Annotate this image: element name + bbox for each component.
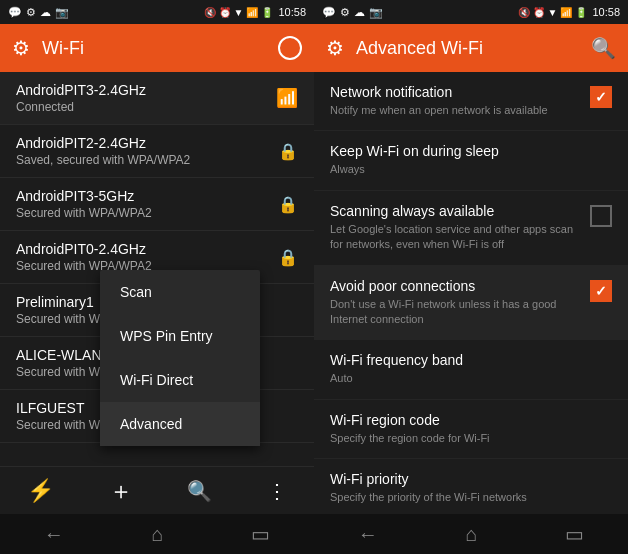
setting-desc-1: Always xyxy=(330,162,600,177)
setting-title-3: Avoid poor connections xyxy=(330,278,578,294)
wifi-network-item-2[interactable]: AndroidPIT3-5GHz Secured with WPA/WPA2 🔒 xyxy=(0,178,314,231)
wifi-title: Wi-Fi xyxy=(42,38,266,59)
nav-bar-right: ← ⌂ ▭ xyxy=(314,514,628,554)
gear-icon-left[interactable]: ⚙ xyxy=(12,36,30,60)
setting-text-3: Avoid poor connections Don't use a Wi-Fi… xyxy=(330,278,590,328)
setting-item-0[interactable]: Network notification Notify me when an o… xyxy=(314,72,628,131)
status-left-icons: 💬 ⚙ ☁ 📷 xyxy=(8,6,69,19)
setting-text-0: Network notification Notify me when an o… xyxy=(330,84,590,118)
whatsapp-icon-r: 💬 xyxy=(322,6,336,19)
checkbox-0[interactable] xyxy=(590,86,612,108)
recents-button-left[interactable]: ▭ xyxy=(251,522,270,546)
gear-icon-right[interactable]: ⚙ xyxy=(326,36,344,60)
bottom-toolbar: ⚡ ＋ 🔍 ⋮ xyxy=(0,466,314,514)
wifi-lock-icon-1: 🔒 xyxy=(278,142,298,161)
recents-button-right[interactable]: ▭ xyxy=(565,522,584,546)
time-left: 10:58 xyxy=(278,6,306,18)
setting-text-1: Keep Wi-Fi on during sleep Always xyxy=(330,143,612,177)
search-icon-right[interactable]: 🔍 xyxy=(591,36,616,60)
setting-item-4[interactable]: Wi-Fi frequency band Auto xyxy=(314,340,628,399)
setting-title-0: Network notification xyxy=(330,84,578,100)
context-menu-wps[interactable]: WPS Pin Entry xyxy=(100,314,260,358)
setting-desc-6: Specify the priority of the Wi-Fi networ… xyxy=(330,490,600,505)
alarm-icon-r: ⏰ xyxy=(533,7,545,18)
setting-desc-2: Let Google's location service and other … xyxy=(330,222,578,253)
context-menu: Scan WPS Pin Entry Wi-Fi Direct Advanced xyxy=(100,270,260,446)
status-bar-right: 💬 ⚙ ☁ 📷 🔇 ⏰ ▼ 📶 🔋 10:58 xyxy=(314,0,628,24)
time-right: 10:58 xyxy=(592,6,620,18)
setting-desc-5: Specify the region code for Wi-Fi xyxy=(330,431,600,446)
battery-icon: 🔋 xyxy=(261,7,273,18)
status-right-icons: 🔇 ⏰ ▼ 📶 🔋 10:58 xyxy=(204,6,306,18)
setting-desc-0: Notify me when an open network is availa… xyxy=(330,103,578,118)
camera-icon: 📷 xyxy=(55,6,69,19)
setting-title-6: Wi-Fi priority xyxy=(330,471,600,487)
context-menu-scan[interactable]: Scan xyxy=(100,270,260,314)
wifi-status-2: Secured with WPA/WPA2 xyxy=(16,206,152,220)
wifi-lock-icon-3: 🔒 xyxy=(278,248,298,267)
wifi-signal-icon: 📶 xyxy=(246,7,258,18)
nav-bar-left: ← ⌂ ▭ xyxy=(0,514,314,554)
home-button-right[interactable]: ⌂ xyxy=(465,523,477,546)
settings-list: Network notification Notify me when an o… xyxy=(314,72,628,514)
setting-title-5: Wi-Fi region code xyxy=(330,412,600,428)
checkbox-2[interactable] xyxy=(590,205,612,227)
wifi-icon-0: 📶 xyxy=(276,87,298,109)
setting-text-2: Scanning always available Let Google's l… xyxy=(330,203,590,253)
context-menu-advanced[interactable]: Advanced xyxy=(100,402,260,446)
wifi-name-3: AndroidPIT0-2.4GHz xyxy=(16,241,152,257)
cloud-icon-r: ☁ xyxy=(354,6,365,19)
setting-text-6: Wi-Fi priority Specify the priority of t… xyxy=(330,471,612,505)
back-button-left[interactable]: ← xyxy=(44,523,64,546)
wifi-status-1: Saved, secured with WPA/WPA2 xyxy=(16,153,190,167)
search-toolbar-icon[interactable]: 🔍 xyxy=(187,479,212,503)
settings-notif-icon-r: ⚙ xyxy=(340,6,350,19)
wifi-network-item-1[interactable]: AndroidPIT2-2.4GHz Saved, secured with W… xyxy=(0,125,314,178)
more-options-icon[interactable]: ⋮ xyxy=(267,479,287,503)
settings-notif-icon: ⚙ xyxy=(26,6,36,19)
wifi-lock-icon-2: 🔒 xyxy=(278,195,298,214)
signal-toolbar-icon[interactable]: ⚡ xyxy=(27,478,54,504)
cloud-icon: ☁ xyxy=(40,6,51,19)
advanced-wifi-title: Advanced Wi-Fi xyxy=(356,38,579,59)
setting-item-2[interactable]: Scanning always available Let Google's l… xyxy=(314,191,628,266)
wifi-name-1: AndroidPIT2-2.4GHz xyxy=(16,135,190,151)
wifi-status-0: Connected xyxy=(16,100,146,114)
advanced-wifi-app-bar: ⚙ Advanced Wi-Fi 🔍 xyxy=(314,24,628,72)
setting-title-2: Scanning always available xyxy=(330,203,578,219)
status-right-left-icons: 💬 ⚙ ☁ 📷 xyxy=(322,6,383,19)
wifi-network-item-0[interactable]: AndroidPIT3-2.4GHz Connected 📶 xyxy=(0,72,314,125)
battery-icon-r: 🔋 xyxy=(575,7,587,18)
setting-desc-3: Don't use a Wi-Fi network unless it has … xyxy=(330,297,578,328)
whatsapp-icon: 💬 xyxy=(8,6,22,19)
setting-text-4: Wi-Fi frequency band Auto xyxy=(330,352,612,386)
checkbox-3[interactable] xyxy=(590,280,612,302)
setting-title-4: Wi-Fi frequency band xyxy=(330,352,600,368)
signal-icon: ▼ xyxy=(234,7,244,18)
context-menu-wifi-direct[interactable]: Wi-Fi Direct xyxy=(100,358,260,402)
setting-item-1[interactable]: Keep Wi-Fi on during sleep Always xyxy=(314,131,628,190)
setting-item-6[interactable]: Wi-Fi priority Specify the priority of t… xyxy=(314,459,628,514)
overflow-circle-icon[interactable] xyxy=(278,36,302,60)
setting-item-3[interactable]: Avoid poor connections Don't use a Wi-Fi… xyxy=(314,266,628,341)
setting-title-1: Keep Wi-Fi on during sleep xyxy=(330,143,600,159)
wifi-signal-icon-r: 📶 xyxy=(560,7,572,18)
left-screen: 💬 ⚙ ☁ 📷 🔇 ⏰ ▼ 📶 🔋 10:58 ⚙ Wi-Fi AndroidP… xyxy=(0,0,314,554)
signal-icon-r: ▼ xyxy=(548,7,558,18)
setting-text-5: Wi-Fi region code Specify the region cod… xyxy=(330,412,612,446)
home-button-left[interactable]: ⌂ xyxy=(151,523,163,546)
status-bar-left: 💬 ⚙ ☁ 📷 🔇 ⏰ ▼ 📶 🔋 10:58 xyxy=(0,0,314,24)
alarm-icon: ⏰ xyxy=(219,7,231,18)
status-right-right-icons: 🔇 ⏰ ▼ 📶 🔋 10:58 xyxy=(518,6,620,18)
wifi-app-bar: ⚙ Wi-Fi xyxy=(0,24,314,72)
right-screen: 💬 ⚙ ☁ 📷 🔇 ⏰ ▼ 📶 🔋 10:58 ⚙ Advanced Wi-Fi… xyxy=(314,0,628,554)
camera-icon-r: 📷 xyxy=(369,6,383,19)
setting-item-5[interactable]: Wi-Fi region code Specify the region cod… xyxy=(314,400,628,459)
setting-desc-4: Auto xyxy=(330,371,600,386)
wifi-name-2: AndroidPIT3-5GHz xyxy=(16,188,152,204)
back-button-right[interactable]: ← xyxy=(358,523,378,546)
wifi-name-0: AndroidPIT3-2.4GHz xyxy=(16,82,146,98)
add-network-icon[interactable]: ＋ xyxy=(109,475,133,507)
mute-icon-r: 🔇 xyxy=(518,7,530,18)
mute-icon: 🔇 xyxy=(204,7,216,18)
